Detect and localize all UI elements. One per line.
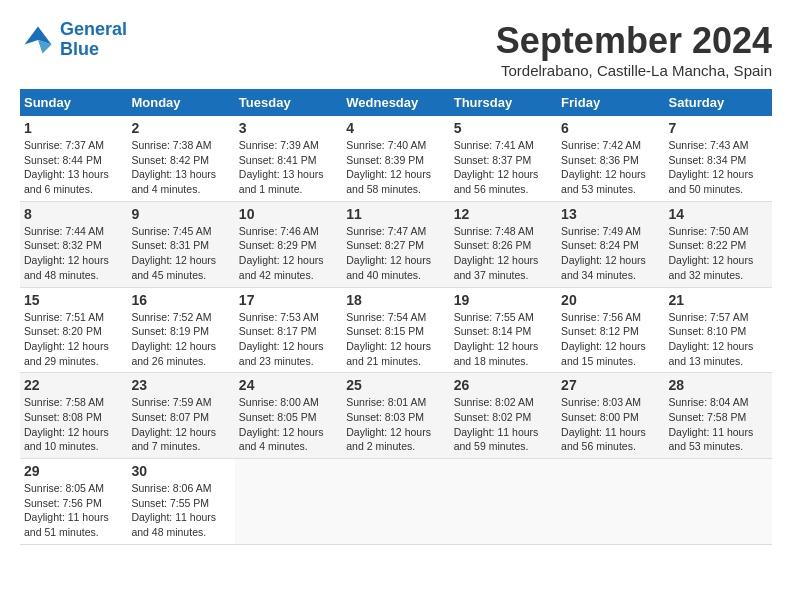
- calendar-week-row: 22 Sunrise: 7:58 AMSunset: 8:08 PMDaylig…: [20, 373, 772, 459]
- location-title: Tordelrabano, Castille-La Mancha, Spain: [496, 62, 772, 79]
- day-number: 11: [346, 206, 445, 222]
- day-info: Sunrise: 7:54 AMSunset: 8:15 PMDaylight:…: [346, 310, 445, 369]
- day-info: Sunrise: 7:53 AMSunset: 8:17 PMDaylight:…: [239, 310, 338, 369]
- col-tuesday: Tuesday: [235, 89, 342, 116]
- calendar-cell: 12 Sunrise: 7:48 AMSunset: 8:26 PMDaylig…: [450, 201, 557, 287]
- calendar-cell: 6 Sunrise: 7:42 AMSunset: 8:36 PMDayligh…: [557, 116, 664, 201]
- col-wednesday: Wednesday: [342, 89, 449, 116]
- day-number: 9: [131, 206, 230, 222]
- day-info: Sunrise: 7:37 AMSunset: 8:44 PMDaylight:…: [24, 138, 123, 197]
- calendar-cell: 8 Sunrise: 7:44 AMSunset: 8:32 PMDayligh…: [20, 201, 127, 287]
- day-number: 14: [669, 206, 768, 222]
- calendar-cell: [665, 459, 772, 545]
- calendar-cell: 20 Sunrise: 7:56 AMSunset: 8:12 PMDaylig…: [557, 287, 664, 373]
- day-number: 30: [131, 463, 230, 479]
- day-info: Sunrise: 7:40 AMSunset: 8:39 PMDaylight:…: [346, 138, 445, 197]
- col-monday: Monday: [127, 89, 234, 116]
- calendar-cell: 10 Sunrise: 7:46 AMSunset: 8:29 PMDaylig…: [235, 201, 342, 287]
- day-number: 3: [239, 120, 338, 136]
- day-number: 10: [239, 206, 338, 222]
- calendar-cell: 21 Sunrise: 7:57 AMSunset: 8:10 PMDaylig…: [665, 287, 772, 373]
- col-sunday: Sunday: [20, 89, 127, 116]
- col-thursday: Thursday: [450, 89, 557, 116]
- logo: General Blue: [20, 20, 127, 60]
- calendar-cell: 2 Sunrise: 7:38 AMSunset: 8:42 PMDayligh…: [127, 116, 234, 201]
- day-info: Sunrise: 7:38 AMSunset: 8:42 PMDaylight:…: [131, 138, 230, 197]
- calendar-week-row: 8 Sunrise: 7:44 AMSunset: 8:32 PMDayligh…: [20, 201, 772, 287]
- calendar-cell: 29 Sunrise: 8:05 AMSunset: 7:56 PMDaylig…: [20, 459, 127, 545]
- day-number: 18: [346, 292, 445, 308]
- day-info: Sunrise: 7:59 AMSunset: 8:07 PMDaylight:…: [131, 395, 230, 454]
- calendar-cell: [235, 459, 342, 545]
- day-info: Sunrise: 8:04 AMSunset: 7:58 PMDaylight:…: [669, 395, 768, 454]
- col-friday: Friday: [557, 89, 664, 116]
- calendar-cell: 22 Sunrise: 7:58 AMSunset: 8:08 PMDaylig…: [20, 373, 127, 459]
- logo-text: General Blue: [60, 20, 127, 60]
- calendar-cell: 1 Sunrise: 7:37 AMSunset: 8:44 PMDayligh…: [20, 116, 127, 201]
- day-number: 25: [346, 377, 445, 393]
- calendar-cell: 17 Sunrise: 7:53 AMSunset: 8:17 PMDaylig…: [235, 287, 342, 373]
- calendar-cell: 3 Sunrise: 7:39 AMSunset: 8:41 PMDayligh…: [235, 116, 342, 201]
- calendar-cell: 9 Sunrise: 7:45 AMSunset: 8:31 PMDayligh…: [127, 201, 234, 287]
- calendar-cell: 14 Sunrise: 7:50 AMSunset: 8:22 PMDaylig…: [665, 201, 772, 287]
- day-number: 5: [454, 120, 553, 136]
- day-info: Sunrise: 7:43 AMSunset: 8:34 PMDaylight:…: [669, 138, 768, 197]
- calendar-table: Sunday Monday Tuesday Wednesday Thursday…: [20, 89, 772, 545]
- day-number: 16: [131, 292, 230, 308]
- col-saturday: Saturday: [665, 89, 772, 116]
- day-info: Sunrise: 8:01 AMSunset: 8:03 PMDaylight:…: [346, 395, 445, 454]
- calendar-cell: 25 Sunrise: 8:01 AMSunset: 8:03 PMDaylig…: [342, 373, 449, 459]
- logo-line2: Blue: [60, 39, 99, 59]
- calendar-cell: 26 Sunrise: 8:02 AMSunset: 8:02 PMDaylig…: [450, 373, 557, 459]
- day-info: Sunrise: 8:06 AMSunset: 7:55 PMDaylight:…: [131, 481, 230, 540]
- day-number: 24: [239, 377, 338, 393]
- day-number: 13: [561, 206, 660, 222]
- day-number: 4: [346, 120, 445, 136]
- calendar-cell: 7 Sunrise: 7:43 AMSunset: 8:34 PMDayligh…: [665, 116, 772, 201]
- title-area: September 2024 Tordelrabano, Castille-La…: [496, 20, 772, 79]
- day-info: Sunrise: 7:52 AMSunset: 8:19 PMDaylight:…: [131, 310, 230, 369]
- day-number: 28: [669, 377, 768, 393]
- day-number: 17: [239, 292, 338, 308]
- calendar-header-row: Sunday Monday Tuesday Wednesday Thursday…: [20, 89, 772, 116]
- calendar-cell: 4 Sunrise: 7:40 AMSunset: 8:39 PMDayligh…: [342, 116, 449, 201]
- calendar-week-row: 15 Sunrise: 7:51 AMSunset: 8:20 PMDaylig…: [20, 287, 772, 373]
- day-number: 19: [454, 292, 553, 308]
- calendar-cell: 18 Sunrise: 7:54 AMSunset: 8:15 PMDaylig…: [342, 287, 449, 373]
- day-info: Sunrise: 7:58 AMSunset: 8:08 PMDaylight:…: [24, 395, 123, 454]
- day-info: Sunrise: 7:41 AMSunset: 8:37 PMDaylight:…: [454, 138, 553, 197]
- day-info: Sunrise: 8:05 AMSunset: 7:56 PMDaylight:…: [24, 481, 123, 540]
- day-info: Sunrise: 8:02 AMSunset: 8:02 PMDaylight:…: [454, 395, 553, 454]
- day-info: Sunrise: 7:44 AMSunset: 8:32 PMDaylight:…: [24, 224, 123, 283]
- day-info: Sunrise: 8:03 AMSunset: 8:00 PMDaylight:…: [561, 395, 660, 454]
- day-number: 20: [561, 292, 660, 308]
- day-info: Sunrise: 7:42 AMSunset: 8:36 PMDaylight:…: [561, 138, 660, 197]
- day-info: Sunrise: 7:39 AMSunset: 8:41 PMDaylight:…: [239, 138, 338, 197]
- day-number: 12: [454, 206, 553, 222]
- calendar-week-row: 1 Sunrise: 7:37 AMSunset: 8:44 PMDayligh…: [20, 116, 772, 201]
- day-number: 26: [454, 377, 553, 393]
- day-number: 8: [24, 206, 123, 222]
- day-number: 7: [669, 120, 768, 136]
- calendar-week-row: 29 Sunrise: 8:05 AMSunset: 7:56 PMDaylig…: [20, 459, 772, 545]
- svg-marker-0: [25, 26, 52, 44]
- day-number: 2: [131, 120, 230, 136]
- logo-icon: [20, 22, 56, 58]
- calendar-cell: [450, 459, 557, 545]
- month-title: September 2024: [496, 20, 772, 62]
- day-number: 23: [131, 377, 230, 393]
- day-number: 22: [24, 377, 123, 393]
- day-info: Sunrise: 7:45 AMSunset: 8:31 PMDaylight:…: [131, 224, 230, 283]
- day-info: Sunrise: 7:56 AMSunset: 8:12 PMDaylight:…: [561, 310, 660, 369]
- calendar-cell: 27 Sunrise: 8:03 AMSunset: 8:00 PMDaylig…: [557, 373, 664, 459]
- calendar-cell: [557, 459, 664, 545]
- logo-line1: General: [60, 19, 127, 39]
- day-info: Sunrise: 7:57 AMSunset: 8:10 PMDaylight:…: [669, 310, 768, 369]
- calendar-cell: [342, 459, 449, 545]
- calendar-cell: 23 Sunrise: 7:59 AMSunset: 8:07 PMDaylig…: [127, 373, 234, 459]
- calendar-cell: 11 Sunrise: 7:47 AMSunset: 8:27 PMDaylig…: [342, 201, 449, 287]
- day-number: 21: [669, 292, 768, 308]
- calendar-cell: 13 Sunrise: 7:49 AMSunset: 8:24 PMDaylig…: [557, 201, 664, 287]
- day-info: Sunrise: 7:46 AMSunset: 8:29 PMDaylight:…: [239, 224, 338, 283]
- page-header: General Blue September 2024 Tordelrabano…: [20, 20, 772, 79]
